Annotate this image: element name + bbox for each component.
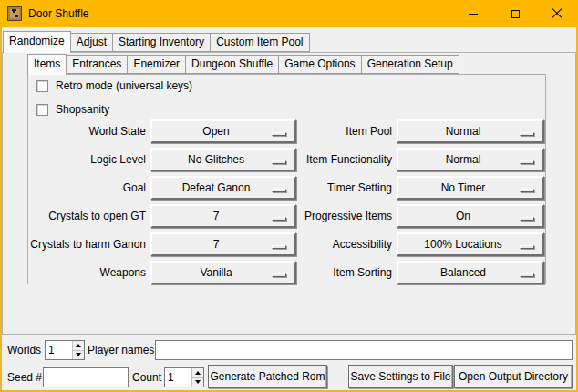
retro-mode-row: Retro mode (universal keys) bbox=[36, 79, 192, 92]
primary-tabbar: Randomize Adjust Starting Inventory Cust… bbox=[3, 30, 309, 52]
weapons-value: Vanilla bbox=[200, 266, 246, 279]
secondary-tabbar: Items Entrances Enemizer Dungeon Shuffle… bbox=[27, 53, 459, 74]
accessibility-value: 100% Locations bbox=[424, 238, 516, 251]
worlds-spin-down-button[interactable] bbox=[73, 351, 84, 360]
worlds-label: Worlds bbox=[7, 340, 41, 360]
timer-setting-dropdown[interactable]: No Timer bbox=[397, 176, 544, 200]
dropdown-indicator-icon bbox=[520, 132, 534, 136]
count-spin-up-button[interactable] bbox=[192, 368, 203, 378]
crystals-ganon-value: 7 bbox=[213, 238, 234, 251]
spin-up-icon bbox=[195, 371, 201, 375]
item-functionality-dropdown[interactable]: Normal bbox=[397, 148, 544, 171]
dropdown-indicator-icon bbox=[520, 217, 534, 221]
weapons-label: Weapons bbox=[2, 261, 146, 284]
goal-label: Goal bbox=[2, 176, 146, 200]
app-window: Door Shuffle Randomize Adjust Starting I… bbox=[0, 0, 578, 392]
worlds-spin-buttons bbox=[72, 341, 84, 359]
dropdown-indicator-icon bbox=[520, 245, 534, 249]
tab-adjust[interactable]: Adjust bbox=[70, 33, 113, 52]
client-area: Randomize Adjust Starting Inventory Cust… bbox=[2, 27, 576, 390]
item-pool-label: Item Pool bbox=[248, 119, 392, 143]
tab-game-options[interactable]: Game Options bbox=[278, 55, 361, 74]
close-button[interactable] bbox=[536, 0, 578, 27]
timer-setting-label: Timer Setting bbox=[248, 176, 392, 200]
accessibility-label: Accessibility bbox=[248, 232, 392, 256]
progressive-items-value: On bbox=[456, 210, 485, 222]
maximize-button[interactable] bbox=[494, 0, 536, 27]
titlebar[interactable]: Door Shuffle bbox=[0, 0, 578, 27]
maximize-icon bbox=[511, 10, 520, 18]
world-state-value: Open bbox=[202, 125, 243, 138]
tab-custom-item-pool[interactable]: Custom Item Pool bbox=[210, 33, 309, 52]
open-output-directory-button[interactable]: Open Output Directory bbox=[454, 365, 573, 388]
logic-level-label: Logic Level bbox=[2, 148, 146, 171]
worlds-spin-up-button[interactable] bbox=[73, 341, 84, 351]
tab-dungeon-shuffle[interactable]: Dungeon Shuffle bbox=[185, 55, 279, 74]
crystals-ganon-label: Crystals to harm Ganon bbox=[2, 232, 146, 256]
shopsanity-checkbox[interactable] bbox=[36, 104, 48, 116]
dropdown-indicator-icon bbox=[520, 189, 534, 192]
shopsanity-row: Shopsanity bbox=[36, 103, 109, 116]
tab-enemizer[interactable]: Enemizer bbox=[127, 55, 186, 74]
crystals-gt-label: Crystals to open GT bbox=[2, 204, 146, 228]
spin-down-icon bbox=[195, 380, 201, 384]
world-state-label: World State bbox=[2, 119, 146, 143]
progressive-items-label: Progressive Items bbox=[248, 204, 392, 228]
caption-buttons bbox=[452, 0, 578, 27]
worlds-input[interactable] bbox=[46, 341, 72, 359]
tab-entrances[interactable]: Entrances bbox=[66, 55, 128, 74]
count-spin-buttons bbox=[191, 368, 203, 387]
retro-mode-checkbox[interactable] bbox=[36, 80, 48, 92]
item-functionality-value: Normal bbox=[446, 153, 496, 166]
door-icon bbox=[7, 6, 22, 21]
count-spinbox bbox=[164, 367, 204, 387]
item-pool-value: Normal bbox=[446, 125, 496, 138]
tab-items[interactable]: Items bbox=[27, 54, 67, 75]
crystals-gt-value: 7 bbox=[213, 210, 234, 222]
worlds-spinbox bbox=[45, 340, 85, 360]
retro-mode-label: Retro mode (universal keys) bbox=[56, 79, 192, 92]
tab-randomize[interactable]: Randomize bbox=[3, 31, 71, 53]
spin-down-icon bbox=[76, 353, 81, 356]
shopsanity-label: Shopsanity bbox=[56, 103, 109, 116]
item-sorting-dropdown[interactable]: Balanced bbox=[397, 261, 544, 284]
player-names-label: Player names bbox=[88, 340, 154, 360]
window-title: Door Shuffle bbox=[28, 7, 89, 20]
player-names-input[interactable] bbox=[155, 340, 573, 360]
count-spin-down-button[interactable] bbox=[192, 378, 203, 387]
dropdown-indicator-icon bbox=[520, 160, 534, 164]
seed-input[interactable] bbox=[43, 367, 129, 387]
tab-generation-setup[interactable]: Generation Setup bbox=[361, 55, 459, 74]
item-sorting-label: Item Sorting bbox=[248, 261, 392, 284]
seed-label: Seed # bbox=[7, 367, 42, 387]
accessibility-dropdown[interactable]: 100% Locations bbox=[397, 232, 544, 256]
item-pool-dropdown[interactable]: Normal bbox=[397, 119, 544, 143]
timer-setting-value: No Timer bbox=[441, 181, 501, 194]
save-settings-button[interactable]: Save Settings to File bbox=[348, 365, 453, 388]
minimize-button[interactable] bbox=[452, 0, 494, 27]
item-functionality-label: Item Functionality bbox=[248, 148, 392, 171]
close-icon bbox=[552, 8, 563, 19]
item-sorting-value: Balanced bbox=[440, 266, 501, 279]
progressive-items-dropdown[interactable]: On bbox=[397, 204, 544, 228]
count-label: Count bbox=[132, 367, 161, 387]
count-input[interactable] bbox=[165, 368, 191, 387]
tab-starting-inventory[interactable]: Starting Inventory bbox=[112, 33, 211, 52]
generate-patched-rom-button[interactable]: Generate Patched Rom bbox=[208, 365, 327, 388]
minimize-icon bbox=[469, 14, 478, 15]
spin-up-icon bbox=[76, 344, 81, 347]
dropdown-indicator-icon bbox=[520, 273, 534, 277]
